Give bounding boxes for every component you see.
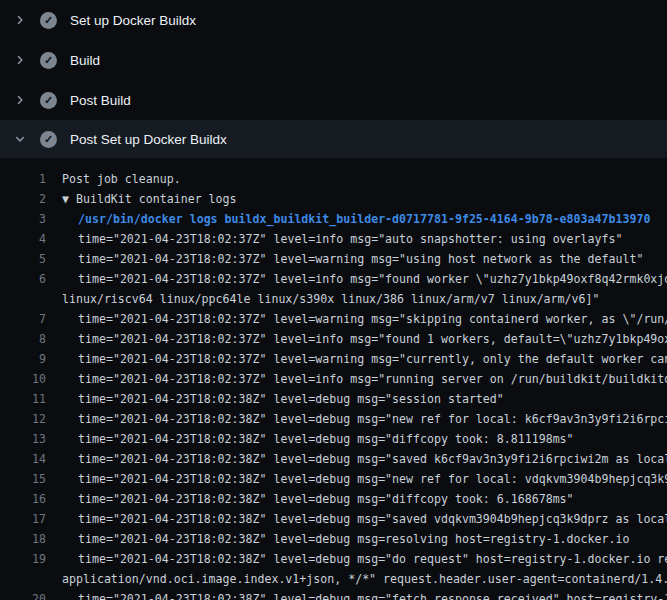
log-text: Post job cleanup. [46, 169, 181, 189]
step-label: Post Build [70, 93, 131, 108]
line-number[interactable]: 10 [0, 369, 46, 389]
log-line-wrap: application/vnd.oci.image.index.v1+json,… [0, 569, 667, 589]
line-number[interactable]: 11 [0, 389, 46, 409]
log-text: time="2021-04-23T18:02:38Z" level=debug … [46, 509, 667, 529]
step-row-1[interactable]: ✓Build [0, 40, 667, 80]
line-number[interactable]: 16 [0, 489, 46, 509]
chevron-right-icon[interactable] [12, 52, 28, 68]
log-text: time="2021-04-23T18:02:38Z" level=debug … [46, 589, 667, 600]
step-row-2[interactable]: ✓Post Build [0, 80, 667, 120]
line-number[interactable]: 2 [0, 189, 46, 209]
log-line-wrap: linux/riscv64 linux/ppc64le linux/s390x … [0, 289, 667, 309]
line-number[interactable]: 14 [0, 449, 46, 469]
log-command-text: /usr/bin/docker logs buildx_buildkit_bui… [46, 209, 650, 229]
log-text: application/vnd.oci.image.index.v1+json,… [46, 569, 667, 589]
log-line: 10time="2021-04-23T18:02:37Z" level=info… [0, 369, 667, 389]
line-number [0, 289, 46, 309]
log-line: 11time="2021-04-23T18:02:38Z" level=debu… [0, 389, 667, 409]
log-line: 17time="2021-04-23T18:02:38Z" level=debu… [0, 509, 667, 529]
log-line: 1Post job cleanup. [0, 169, 667, 189]
step-label: Post Set up Docker Buildx [70, 132, 227, 147]
line-number[interactable]: 18 [0, 529, 46, 549]
log-line: 6time="2021-04-23T18:02:37Z" level=info … [0, 269, 667, 289]
line-number[interactable]: 12 [0, 409, 46, 429]
line-number[interactable]: 20 [0, 589, 46, 600]
line-number[interactable]: 15 [0, 469, 46, 489]
line-number[interactable]: 1 [0, 169, 46, 189]
log-line: 15time="2021-04-23T18:02:38Z" level=debu… [0, 469, 667, 489]
line-number[interactable]: 13 [0, 429, 46, 449]
log-text: time="2021-04-23T18:02:38Z" level=debug … [46, 389, 504, 409]
step-label: Build [70, 53, 100, 68]
log-line: 4time="2021-04-23T18:02:37Z" level=info … [0, 229, 667, 249]
log-text: time="2021-04-23T18:02:37Z" level=info m… [46, 369, 667, 389]
log-text: time="2021-04-23T18:02:37Z" level=warnin… [46, 309, 667, 329]
line-number[interactable]: 5 [0, 249, 46, 269]
check-circle-icon: ✓ [40, 12, 57, 29]
line-number[interactable]: 8 [0, 329, 46, 349]
line-number[interactable]: 3 [0, 209, 46, 229]
log-line: 19time="2021-04-23T18:02:38Z" level=debu… [0, 549, 667, 569]
line-number[interactable]: 17 [0, 509, 46, 529]
log-line: 14time="2021-04-23T18:02:38Z" level=debu… [0, 449, 667, 469]
log-text: time="2021-04-23T18:02:38Z" level=debug … [46, 489, 574, 509]
log-line: 3/usr/bin/docker logs buildx_buildkit_bu… [0, 209, 667, 229]
step-row-3[interactable]: ✓Post Set up Docker Buildx [0, 120, 667, 158]
log-text: time="2021-04-23T18:02:37Z" level=info m… [46, 329, 667, 349]
log-line: 8time="2021-04-23T18:02:37Z" level=info … [0, 329, 667, 349]
log-group-text: ▼ BuildKit container logs [46, 189, 237, 209]
step-label: Set up Docker Buildx [70, 13, 196, 28]
log-viewer: 1Post job cleanup.2▼ BuildKit container … [0, 158, 667, 600]
log-line: 20time="2021-04-23T18:02:38Z" level=debu… [0, 589, 667, 600]
log-text: time="2021-04-23T18:02:37Z" level=info m… [46, 229, 622, 249]
line-number[interactable]: 19 [0, 549, 46, 569]
log-text: time="2021-04-23T18:02:38Z" level=debug … [46, 549, 667, 569]
line-number[interactable]: 7 [0, 309, 46, 329]
chevron-down-icon[interactable] [12, 131, 28, 147]
step-list: ✓Set up Docker Buildx✓Build✓Post Build✓P… [0, 0, 667, 158]
log-line: 9time="2021-04-23T18:02:37Z" level=warni… [0, 349, 667, 369]
log-line: 2▼ BuildKit container logs [0, 189, 667, 209]
log-text: time="2021-04-23T18:02:37Z" level=info m… [46, 269, 667, 289]
line-number[interactable]: 9 [0, 349, 46, 369]
log-line: 13time="2021-04-23T18:02:38Z" level=debu… [0, 429, 667, 449]
check-circle-icon: ✓ [40, 131, 57, 148]
log-text: time="2021-04-23T18:02:38Z" level=debug … [46, 529, 629, 549]
group-collapse-triangle-icon[interactable]: ▼ [62, 192, 69, 206]
chevron-right-icon[interactable] [12, 92, 28, 108]
log-text: time="2021-04-23T18:02:37Z" level=warnin… [46, 249, 643, 269]
log-text: time="2021-04-23T18:02:38Z" level=debug … [46, 469, 667, 489]
log-line: 7time="2021-04-23T18:02:37Z" level=warni… [0, 309, 667, 329]
step-row-0[interactable]: ✓Set up Docker Buildx [0, 0, 667, 40]
log-line: 5time="2021-04-23T18:02:37Z" level=warni… [0, 249, 667, 269]
log-line: 12time="2021-04-23T18:02:38Z" level=debu… [0, 409, 667, 429]
log-text: time="2021-04-23T18:02:38Z" level=debug … [46, 449, 667, 469]
line-number[interactable]: 4 [0, 229, 46, 249]
check-circle-icon: ✓ [40, 92, 57, 109]
log-line: 16time="2021-04-23T18:02:38Z" level=debu… [0, 489, 667, 509]
log-text: linux/riscv64 linux/ppc64le linux/s390x … [46, 289, 599, 309]
log-text: time="2021-04-23T18:02:37Z" level=warnin… [46, 349, 667, 369]
chevron-right-icon[interactable] [12, 12, 28, 28]
group-title: BuildKit container logs [76, 192, 237, 206]
log-line: 18time="2021-04-23T18:02:38Z" level=debu… [0, 529, 667, 549]
line-number [0, 569, 46, 589]
line-number[interactable]: 6 [0, 269, 46, 289]
check-circle-icon: ✓ [40, 52, 57, 69]
log-text: time="2021-04-23T18:02:38Z" level=debug … [46, 429, 574, 449]
log-text: time="2021-04-23T18:02:38Z" level=debug … [46, 409, 667, 429]
